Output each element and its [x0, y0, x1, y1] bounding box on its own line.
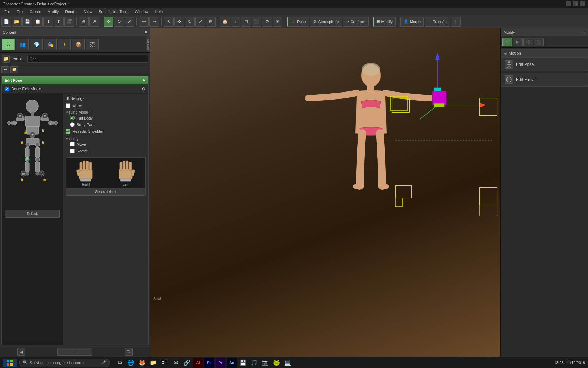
taskbar-photoshop[interactable]: Ps [204, 358, 214, 368]
taskbar-firefox[interactable]: 🦊 [137, 358, 147, 368]
edit-pose-close[interactable]: ✕ [142, 78, 146, 83]
transfer-mode-btn[interactable]: ↔ Transf... [425, 17, 450, 27]
mirror-label: Mirror [72, 104, 83, 108]
maximize-btn[interactable]: □ [573, 1, 578, 6]
transform-tool[interactable]: ↗ [89, 17, 99, 27]
save-button[interactable]: 💾 [22, 17, 32, 27]
move-gizmo[interactable]: ✛ [104, 17, 113, 27]
move-tool[interactable]: ✛ [174, 17, 184, 27]
settings-icon[interactable]: ⚙ [142, 87, 146, 91]
taskbar-explorer[interactable]: 📁 [148, 358, 158, 368]
taskbar-mail[interactable]: ✉ [171, 358, 181, 368]
scale-gizmo[interactable]: ⤢ [125, 17, 134, 27]
taskbar-aftereffects[interactable]: Ae [227, 358, 237, 368]
tab-accessories[interactable]: 💎 [30, 39, 43, 50]
taskbar-illustrator[interactable]: Ai [193, 358, 203, 368]
taskbar-camera[interactable]: 📷 [260, 358, 270, 368]
more-options-btn[interactable]: ⋮ [451, 17, 461, 27]
scale-tool[interactable]: ⤢ [195, 17, 205, 27]
menu-window[interactable]: Window [132, 9, 151, 14]
fit-view[interactable]: ⊡ [241, 17, 251, 27]
align-view[interactable]: ↓ [231, 17, 240, 27]
close-btn[interactable]: ✕ [580, 1, 585, 6]
taskbar-premiere[interactable]: Pr [216, 358, 225, 368]
taskbar-chrome[interactable]: 🔗 [182, 358, 192, 368]
multi-tool[interactable]: ⊞ [206, 17, 216, 27]
svg-rect-43 [80, 162, 82, 171]
redo-button[interactable]: ↪ [149, 17, 159, 27]
mod-tab-sliders[interactable]: ≡ [502, 38, 512, 46]
menu-edit[interactable]: Edit [14, 9, 26, 14]
body-part-radio[interactable] [70, 122, 75, 127]
taskbar-store[interactable]: 🛍 [160, 358, 169, 368]
tab-images[interactable]: 🖼 [86, 39, 99, 50]
menu-modify[interactable]: Modify [45, 9, 62, 14]
edit-pose-motion-item[interactable]: Edit Pose [501, 57, 588, 71]
sort-btn[interactable]: ⇅ [125, 348, 133, 356]
undo-button[interactable]: ↩ [139, 17, 149, 27]
minimize-btn[interactable]: ─ [566, 1, 571, 6]
edit-facial-motion-item[interactable]: Edit Facial [501, 73, 588, 87]
realistic-shoulder-checkbox[interactable] [66, 129, 70, 134]
search-input[interactable] [27, 55, 148, 63]
pivot-view[interactable]: ⊙ [262, 17, 272, 27]
viewport[interactable]: Seal [150, 28, 500, 357]
save-as-button[interactable]: 📋 [33, 17, 43, 27]
mod-tab-texture[interactable]: ⬛ [534, 38, 544, 46]
nav-back[interactable]: ↩ [1, 66, 9, 73]
tab-characters[interactable]: 👥 [16, 39, 29, 50]
menu-help[interactable]: Help [152, 9, 166, 14]
default-pose-btn[interactable]: Default [5, 210, 60, 218]
rotate-tool[interactable]: ↻ [185, 17, 195, 27]
arrow-tool[interactable]: ↖ [164, 17, 174, 27]
import-button[interactable]: ⬇ [43, 17, 53, 27]
content-side-tab[interactable]: Content [146, 36, 150, 52]
frame-view[interactable]: ⬛ [252, 17, 261, 27]
pose-mode-btn[interactable]: 🚶 Pose [287, 17, 309, 27]
light-view[interactable]: ☀ [273, 17, 282, 27]
taskbar-edge[interactable]: 🌐 [126, 358, 136, 368]
template-folder-icon[interactable]: 📁 [2, 55, 10, 63]
taskbar-vlc[interactable]: 🎵 [249, 358, 259, 368]
bone-edit-checkbox[interactable] [5, 87, 9, 91]
move-pin-checkbox[interactable] [70, 142, 75, 146]
taskbar-task-view[interactable]: ⧉ [115, 358, 125, 368]
open-button[interactable]: 📂 [12, 17, 22, 27]
tab-poses[interactable]: 🚶 [58, 39, 71, 50]
conform-mode-btn[interactable]: ⊃ Conform [343, 17, 368, 27]
start-button[interactable] [3, 359, 17, 367]
taskbar-save[interactable]: 💾 [238, 358, 248, 368]
window-controls[interactable]: ─ □ ✕ [566, 1, 585, 6]
add-btn[interactable]: + [57, 348, 92, 356]
back-btn[interactable]: ◀ [18, 348, 25, 356]
export-button[interactable]: ⬆ [54, 17, 64, 27]
mod-tab-bones[interactable]: ⊞ [513, 38, 523, 46]
modify-close-icon[interactable]: ✕ [582, 30, 585, 34]
nav-folder[interactable]: 📁 [10, 66, 18, 73]
full-body-radio[interactable] [70, 116, 75, 120]
new-button[interactable]: 📄 [1, 17, 11, 27]
taskbar-frog[interactable]: 🐸 [272, 358, 281, 368]
menu-create[interactable]: Create [27, 9, 44, 14]
rotate-gizmo[interactable]: ↻ [114, 17, 124, 27]
taskbar-cc[interactable]: 💻 [283, 358, 293, 368]
tab-props[interactable]: 📦 [72, 39, 85, 50]
render-button[interactable]: 🎬 [64, 17, 74, 27]
menu-file[interactable]: File [1, 9, 13, 14]
content-close-icon[interactable]: ✕ [144, 30, 147, 34]
home-view[interactable]: 🏠 [220, 17, 230, 27]
select-tool[interactable]: ⊕ [79, 17, 89, 27]
rotate-pin-checkbox[interactable] [70, 149, 75, 153]
tab-scenes[interactable]: 🗂 [2, 39, 15, 50]
menu-render[interactable]: Render [62, 9, 80, 14]
atmosphere-mode-btn[interactable]: 🌫 Atmosphere [310, 17, 342, 27]
taskbar-search[interactable]: 🔍 Scrivi qui per eseguire la ricerca 🎤 [19, 359, 110, 367]
menu-view[interactable]: View [81, 9, 95, 14]
mod-tab-mesh[interactable]: ⬡ [523, 38, 533, 46]
morph-mode-btn[interactable]: 👤 Morph [400, 17, 424, 27]
menu-submission-tools[interactable]: Submission Tools [96, 9, 131, 14]
tab-animations[interactable]: 🎭 [44, 39, 57, 50]
modify-mode-btn[interactable]: ⊟ Modify [373, 17, 396, 27]
mirror-checkbox[interactable] [66, 103, 70, 108]
set-as-default-btn[interactable]: Set as default [66, 188, 145, 196]
